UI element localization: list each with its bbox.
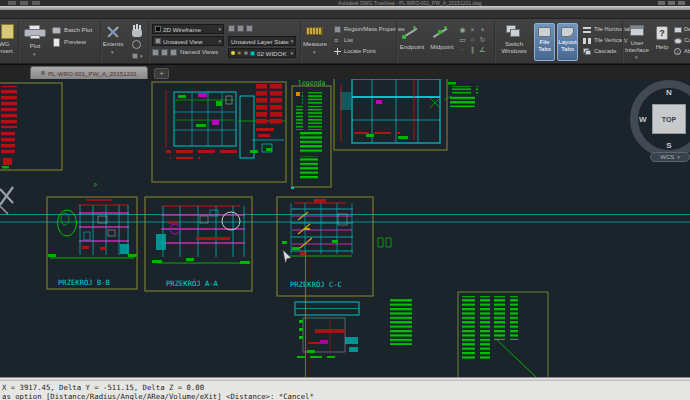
section-bb-label: PRZEKRÓJ B-B [58, 278, 110, 287]
view-tool-icon[interactable] [152, 49, 159, 56]
zoom-extents-icon[interactable] [106, 25, 120, 39]
maximize-button[interactable] [668, 1, 675, 5]
batch-plot-button[interactable]: Batch Plot [64, 26, 92, 34]
notes-green-middle [385, 298, 412, 345]
tile-horizontally-button[interactable]: Tile Horizontally [594, 26, 634, 33]
file-tab-active[interactable]: PL-WRO-001_PW_A_20151201 [30, 66, 148, 79]
layer-state-dropdown[interactable]: Unsaved Layer State ▾ [228, 36, 296, 46]
layer-tool-icon[interactable] [246, 25, 253, 32]
viewcube-north[interactable]: N [666, 88, 672, 97]
cascade-button[interactable]: Cascade [594, 48, 616, 55]
drawing-content: legenda [0, 79, 690, 377]
chevron-down-icon: ▾ [218, 27, 221, 32]
endpoint-icon[interactable] [402, 26, 418, 40]
user-interface-caret[interactable]: ▾ [635, 55, 638, 60]
extents-caret[interactable]: ▾ [111, 50, 114, 55]
viewcube-south[interactable]: S [666, 141, 671, 150]
plot-dropdown-caret[interactable]: ▾ [33, 52, 36, 57]
tile-horizontally-icon [583, 27, 591, 33]
orbit-icon[interactable] [132, 40, 141, 49]
quick-access-icon[interactable] [32, 1, 40, 5]
section-aa-label: PRZEKRÓJ A-A [166, 279, 219, 288]
navigation-caret[interactable]: ▾ [140, 54, 143, 59]
panel-separator [18, 21, 20, 62]
snap-polygon-icon[interactable]: ○ [468, 35, 477, 44]
file-tabs-label: File Tabs [535, 39, 554, 53]
command-line-panel[interactable]: X = 3917.45, Delta Y = -511.15, Delta Z … [0, 381, 690, 400]
snap-extension-icon[interactable]: ▭ [458, 35, 467, 44]
about-icon: i [674, 48, 681, 55]
preview-button[interactable]: Preview [64, 38, 86, 46]
snap-rotate-icon[interactable]: ↻ [478, 35, 487, 44]
about-button[interactable]: About [684, 48, 690, 55]
plot-button-label[interactable]: Plot [20, 43, 50, 50]
new-tab-button[interactable]: + [154, 68, 169, 79]
desktop-analytics-button[interactable]: Desktop Analytics [684, 26, 690, 33]
quick-access-icon[interactable] [8, 1, 16, 5]
view-dropdown[interactable]: Unsaved View ▾ [152, 36, 224, 46]
viewcube-top-face[interactable]: TOP [652, 104, 686, 134]
viewcube-west[interactable]: W [639, 115, 647, 124]
customer-involvement-icon [674, 38, 682, 44]
user-interface-icon[interactable] [630, 25, 644, 36]
visual-style-swatch [155, 26, 161, 32]
command-prompt-line: as option [Distance/Radius/Angle/ARea/Vo… [2, 392, 314, 400]
dwg-convert-button[interactable]: DWG Convert [0, 41, 19, 55]
file-tabs-icon [538, 27, 551, 37]
snap-center-icon[interactable]: ◉ [458, 25, 467, 34]
extents-button[interactable]: Extents [98, 41, 128, 48]
list-icon: ≡ [334, 37, 341, 44]
navigation-tool-icon[interactable] [132, 53, 138, 59]
list-button[interactable]: List [344, 37, 353, 44]
named-views-icon[interactable] [170, 49, 177, 56]
panel-separator [396, 21, 398, 62]
dwg-convert-icon[interactable] [1, 24, 14, 39]
file-tab-icon [41, 71, 45, 75]
midpoint-button[interactable]: Midpoint [428, 44, 456, 51]
switch-windows-button[interactable]: Switch Windows [498, 41, 530, 55]
layer-tool-icon[interactable] [237, 25, 244, 32]
measure-caret[interactable]: ▾ [313, 50, 316, 55]
file-tabs-toggle[interactable]: File Tabs [534, 23, 555, 61]
snap-parallel-icon[interactable]: ∥ [468, 45, 477, 54]
layer-lock-icon [244, 51, 248, 55]
section-drawing-cc: PRZEKRÓJ C-C [277, 197, 373, 296]
layer-tool-icon[interactable] [228, 25, 235, 32]
close-button[interactable] [678, 1, 685, 5]
minimize-button[interactable] [658, 1, 665, 5]
snap-intersection-icon[interactable]: × [468, 25, 477, 34]
notes-green-right [458, 292, 548, 377]
chevron-down-icon: ▾ [290, 51, 293, 56]
endpoint-button[interactable]: Endpoint [398, 44, 426, 51]
measure-ruler-icon[interactable] [306, 27, 323, 35]
snap-node-icon[interactable]: · [458, 45, 467, 54]
section-cc-label: PRZEKRÓJ C-C [290, 280, 342, 289]
layer-dropdown[interactable]: ☀ 02 WIDOK ▾ [228, 48, 296, 58]
snap-apparent-icon[interactable]: × [478, 25, 487, 34]
view-value: Unsaved View [163, 38, 202, 45]
view-tool-icon[interactable] [161, 49, 168, 56]
panel-separator [148, 21, 150, 62]
section-drawing-aa: PRZEKRÓJ A-A [145, 197, 252, 291]
ucs-marker [0, 187, 13, 214]
locate-point-button[interactable]: Locate Point [344, 48, 376, 55]
measure-button[interactable]: Measure [300, 41, 330, 48]
switch-windows-icon[interactable] [506, 25, 520, 37]
snap-angle-icon[interactable]: ∠ [478, 45, 487, 54]
detail-drawing [295, 302, 359, 358]
customer-involvement-button[interactable]: Customer Involvement [684, 37, 690, 44]
help-icon[interactable]: ? [656, 26, 668, 40]
midpoint-icon[interactable] [432, 26, 448, 40]
plot-button[interactable] [24, 25, 46, 40]
visual-style-value: 2D Wireframe [163, 26, 201, 33]
layout-tabs-label: Layout Tabs [558, 39, 577, 53]
pan-hand-icon[interactable] [132, 25, 142, 37]
layout-tabs-toggle[interactable]: Layout Tabs [557, 23, 578, 61]
visual-style-dropdown[interactable]: 2D Wireframe ▾ [152, 24, 224, 34]
wcs-dropdown[interactable]: WCS ▾ [650, 152, 690, 162]
user-interface-button[interactable]: User Interface [622, 40, 652, 54]
help-button[interactable]: Help [652, 44, 672, 51]
desktop-analytics-icon [674, 27, 682, 33]
named-views-button[interactable]: Named Views [180, 48, 218, 56]
quick-access-icon[interactable] [20, 1, 28, 5]
